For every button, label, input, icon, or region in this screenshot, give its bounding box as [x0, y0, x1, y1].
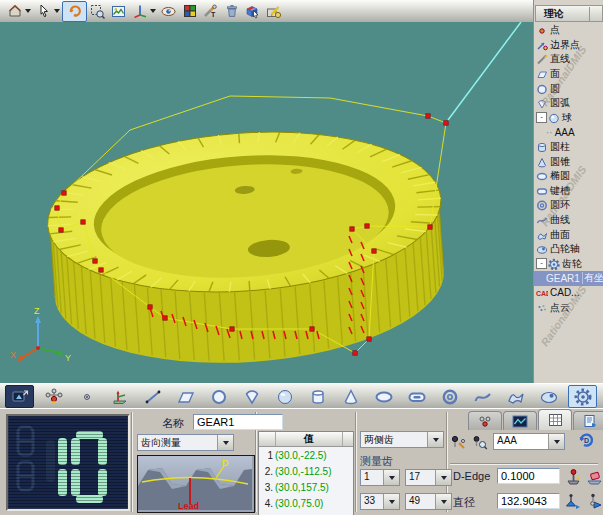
probe-touch-button[interactable]	[585, 492, 603, 510]
tree-item-line[interactable]: 直线	[534, 52, 603, 67]
probe-select[interactable]: AAA	[493, 433, 565, 450]
tools-button[interactable]: T	[200, 2, 221, 21]
measured-teeth-label: 测量齿	[360, 454, 393, 469]
chevron-down-icon[interactable]	[383, 470, 399, 485]
tree-item-camshaft[interactable]: 凸轮轴	[534, 242, 603, 257]
tree-item-surface[interactable]: 曲面	[534, 227, 603, 242]
collapse-toggle[interactable]: -	[536, 258, 547, 269]
cursor-dropdown-caret[interactable]	[54, 9, 60, 13]
select-cursor-button[interactable]	[33, 2, 54, 21]
probe-find-button[interactable]	[470, 433, 488, 451]
tree-item-curve[interactable]: 曲线	[534, 213, 603, 228]
measure-diameter-button[interactable]	[564, 492, 582, 510]
camshaft-button[interactable]	[535, 386, 562, 407]
delete-button[interactable]	[221, 2, 242, 21]
slot-button[interactable]	[403, 386, 430, 407]
tree-item-cad[interactable]: CADCAD...	[534, 286, 603, 301]
teach-point-button[interactable]	[564, 467, 582, 485]
tab-probe[interactable]	[468, 411, 502, 430]
edit-feature-button[interactable]	[263, 2, 284, 21]
cone-button[interactable]	[337, 386, 364, 407]
table-row[interactable]: 4.(30.0,75.0)	[259, 495, 353, 511]
home-button[interactable]	[4, 2, 25, 21]
tooth-select-1[interactable]: 1	[360, 469, 400, 486]
point-icon	[536, 24, 548, 36]
viewport-3d[interactable]: Z X Y	[0, 22, 533, 383]
tree-item-slot[interactable]: 键槽	[534, 184, 603, 199]
tab-values[interactable]	[538, 409, 572, 430]
sphere-button[interactable]	[271, 386, 298, 407]
arc-icon	[536, 97, 548, 109]
chevron-down-icon[interactable]	[435, 470, 451, 485]
tree-item-gear1[interactable]: GEAR1有坐	[534, 271, 603, 286]
tree-item-point[interactable]: 点	[534, 23, 603, 38]
tree-item-ellipse[interactable]: 椭圆	[534, 169, 603, 184]
coordinate-system-button[interactable]	[129, 2, 150, 21]
tree-item-boundary-point[interactable]: 边界点	[534, 38, 603, 53]
diameter-input[interactable]	[497, 493, 560, 509]
sphere-icon	[276, 388, 294, 406]
flank-select[interactable]: 两侧齿	[360, 431, 444, 448]
tree-header-label: 理论	[536, 7, 590, 21]
color-settings-button[interactable]	[179, 2, 200, 21]
value-table[interactable]: 值 1(30.0,-22.5) 2.(30.0,-112.5) 3.(30.0,…	[258, 431, 354, 515]
gear-solid[interactable]	[42, 119, 451, 375]
tree-item-cylinder[interactable]: 圆柱	[534, 140, 603, 155]
point-button[interactable]	[73, 386, 100, 407]
tree-item-sphere[interactable]: -球	[534, 111, 603, 126]
axes-dropdown-caret[interactable]	[150, 9, 156, 13]
tree-item-arc[interactable]: 圆弧	[534, 96, 603, 111]
plane-button[interactable]	[172, 386, 199, 407]
d-edge-input[interactable]	[497, 468, 560, 484]
probe-build-button[interactable]	[448, 433, 466, 451]
gear-button[interactable]	[568, 385, 597, 408]
collapse-toggle[interactable]: -	[536, 112, 547, 123]
tree-header[interactable]: 理论	[535, 5, 603, 22]
tree-item-plane[interactable]: 面	[534, 67, 603, 82]
home-dropdown-caret[interactable]	[25, 9, 31, 13]
gear-model-canvas: Z X Y	[0, 22, 533, 383]
snapshot-button[interactable]	[108, 2, 129, 21]
feature-name-input[interactable]	[193, 414, 283, 430]
view-options-button[interactable]	[158, 2, 179, 21]
chevron-down-icon[interactable]	[217, 435, 233, 450]
ellipse-button[interactable]	[370, 386, 397, 407]
axis-button[interactable]	[106, 386, 133, 407]
surface-icon	[506, 388, 526, 406]
ring-button[interactable]	[436, 386, 463, 407]
pick-solid-button[interactable]	[242, 2, 263, 21]
measure-view-icon	[11, 389, 29, 405]
surface-button[interactable]	[502, 386, 529, 407]
chevron-down-icon[interactable]	[427, 432, 443, 447]
measure-view-button[interactable]	[5, 385, 34, 408]
tree-item-circle[interactable]: 圆	[534, 81, 603, 96]
line-button[interactable]	[139, 386, 166, 407]
tooth-select-3[interactable]: 33	[360, 493, 400, 510]
refresh-button[interactable]: D	[576, 431, 594, 449]
arc-button[interactable]	[238, 386, 265, 407]
cylinder-button[interactable]	[304, 386, 331, 407]
tree-item-gear[interactable]: -齿轮	[534, 257, 603, 272]
rotate-view-button[interactable]	[62, 1, 87, 22]
probe-path-line	[448, 22, 521, 120]
zoom-window-button[interactable]	[87, 2, 108, 21]
tab-report[interactable]	[573, 411, 603, 430]
tab-graph[interactable]	[503, 411, 537, 430]
tooth-select-2[interactable]: 17	[405, 469, 452, 486]
curve-button[interactable]	[469, 386, 496, 407]
table-row[interactable]: 2.(30.0,-112.5)	[259, 463, 353, 479]
erase-edge-button[interactable]	[585, 467, 603, 485]
measure-mode-select[interactable]: 齿向测量	[137, 434, 234, 451]
chevron-down-icon[interactable]	[435, 494, 451, 509]
chevron-down-icon[interactable]	[548, 434, 564, 449]
table-row[interactable]: 1(30.0,-22.5)	[259, 447, 353, 463]
tooth-select-4[interactable]: 49	[405, 493, 452, 510]
chevron-down-icon[interactable]	[383, 494, 399, 509]
tree-item-cone[interactable]: 圆锥	[534, 154, 603, 169]
circle-button[interactable]	[205, 386, 232, 407]
tree-item-point-cloud[interactable]: 点云	[534, 300, 603, 315]
table-row[interactable]: 3.(30.0,157.5)	[259, 479, 353, 495]
tree-item-aaa[interactable]: ··AAA	[534, 125, 603, 140]
tree-item-ring[interactable]: 圆环	[534, 198, 603, 213]
probe-button[interactable]	[40, 386, 67, 407]
